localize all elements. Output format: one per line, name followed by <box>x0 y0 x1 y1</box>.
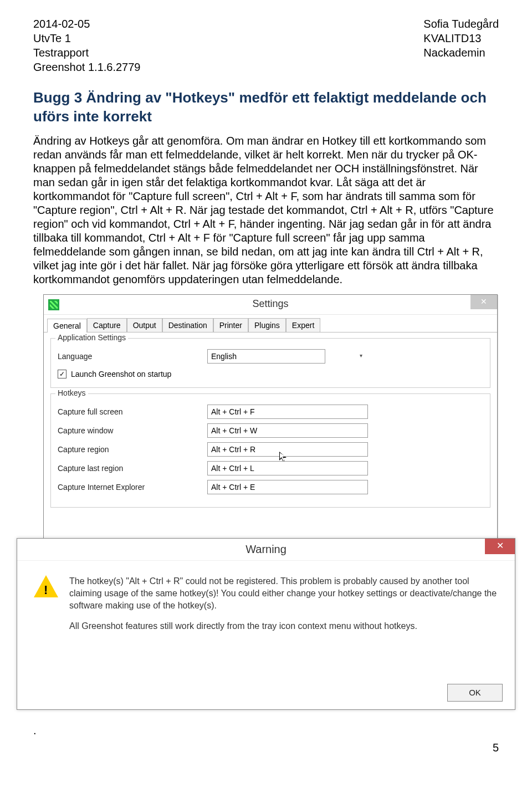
hdr-app: Greenshot 1.1.6.2779 <box>33 60 140 74</box>
label-region: Capture region <box>58 445 207 454</box>
ok-button[interactable]: OK <box>447 684 503 702</box>
hdr-course: UtvTe 1 <box>33 31 140 45</box>
startup-checkbox-label: Launch Greenshot on startup <box>71 370 171 378</box>
page-number: 5 <box>33 741 499 754</box>
warning-dialog: Warning ✕ The hotkey(s) "Alt + Ctrl + R"… <box>17 538 515 710</box>
hdr-author: Sofia Tudegård <box>423 17 499 31</box>
group-app-legend: Application Settings <box>55 333 128 342</box>
tab-expert[interactable]: Expert <box>286 318 320 332</box>
hdr-class: KVALITD13 <box>423 31 499 45</box>
label-full-screen: Capture full screen <box>58 407 207 416</box>
tab-capture[interactable]: Capture <box>87 318 127 332</box>
chevron-down-icon[interactable]: ▾ <box>357 351 365 360</box>
warning-triangle-icon <box>34 575 59 598</box>
settings-tabs: General Capture Output Destination Print… <box>44 315 497 332</box>
warning-titlebar[interactable]: Warning ✕ <box>17 539 515 561</box>
warning-p2: All Greenshot features still work direct… <box>69 620 498 632</box>
hotkey-region[interactable] <box>207 442 368 457</box>
warning-title: Warning <box>17 543 515 556</box>
hotkey-last-region[interactable] <box>207 461 368 475</box>
settings-title: Settings <box>44 298 497 310</box>
bug-description: Ändring av Hotkeys går att genomföra. Om… <box>33 134 499 286</box>
embedded-screenshot: Settings ✕ General Capture Output Destin… <box>33 294 499 727</box>
startup-checkbox[interactable]: ✓ <box>58 370 66 378</box>
tab-general[interactable]: General <box>47 319 87 332</box>
group-hotkeys-legend: Hotkeys <box>55 388 88 397</box>
label-ie: Capture Internet Explorer <box>58 483 207 492</box>
warning-message: The hotkey(s) "Alt + Ctrl + R" could not… <box>69 575 498 641</box>
tab-plugins[interactable]: Plugins <box>248 318 286 332</box>
bug-heading: Bugg 3 Ändring av "Hotkeys" medför ett f… <box>33 89 499 126</box>
hdr-type: Testrapport <box>33 45 140 60</box>
tab-printer[interactable]: Printer <box>213 318 248 332</box>
settings-titlebar[interactable]: Settings ✕ <box>44 295 497 315</box>
label-last-region: Capture last region <box>58 464 207 473</box>
hotkey-window[interactable] <box>207 423 368 438</box>
label-window: Capture window <box>58 426 207 435</box>
hdr-school: Nackademin <box>423 45 499 60</box>
hdr-date: 2014-02-05 <box>33 17 140 31</box>
hotkey-full-screen[interactable] <box>207 405 368 419</box>
hotkey-ie[interactable] <box>207 480 368 494</box>
warning-close-icon[interactable]: ✕ <box>485 539 515 554</box>
close-icon[interactable]: ✕ <box>470 295 497 309</box>
group-app-settings: Application Settings Language ▾ ✓ Launch… <box>50 338 490 388</box>
tab-output[interactable]: Output <box>127 318 162 332</box>
language-select[interactable] <box>207 349 325 364</box>
doc-header: 2014-02-05 UtvTe 1 Testrapport Greenshot… <box>33 17 499 74</box>
group-hotkeys: Hotkeys Capture full screen Capture wind… <box>50 393 490 508</box>
warning-p1: The hotkey(s) "Alt + Ctrl + R" could not… <box>69 575 498 612</box>
label-language: Language <box>58 352 207 361</box>
tab-destination[interactable]: Destination <box>162 318 213 332</box>
